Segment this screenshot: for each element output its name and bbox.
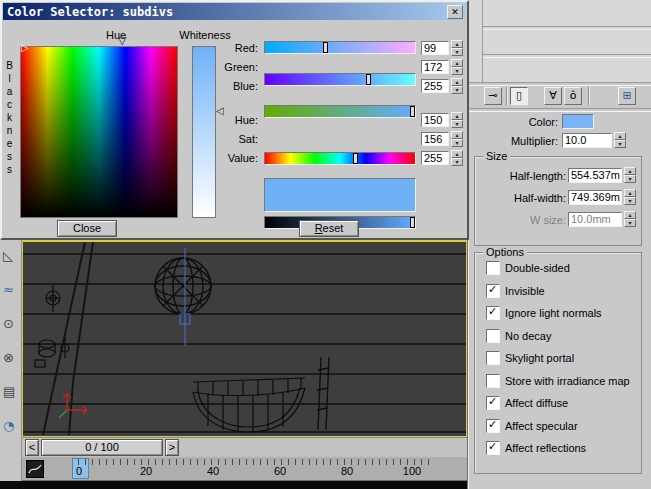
spinner-up-icon[interactable]: ▴ <box>614 132 626 140</box>
track-bar[interactable]: < 0 / 100 > <box>22 437 467 457</box>
viewport[interactable] <box>22 240 467 437</box>
viewport-tool-icon[interactable]: ⊗ <box>3 350 14 365</box>
value-spinner[interactable]: ▴ ▾ <box>451 150 463 166</box>
remove-modifier-button[interactable]: ô <box>564 87 582 105</box>
checkbox-row[interactable]: Skylight portal <box>486 351 638 365</box>
checkbox-row[interactable]: Affect specular <box>486 419 638 433</box>
checkbox-row[interactable]: Double-sided <box>486 261 638 275</box>
time-ruler[interactable]: 0 20 40 60 80 100 <box>22 457 467 481</box>
hue-value-field[interactable]: 150 <box>421 113 449 127</box>
pin-icon: ⊸ <box>488 89 497 102</box>
value-value-field[interactable]: 255 <box>421 151 449 165</box>
spinner-down-icon[interactable]: ▾ <box>451 86 463 94</box>
toolbar-divider <box>469 108 651 112</box>
spinner-up-icon[interactable]: ▴ <box>624 189 636 197</box>
blue-value-field[interactable]: 255 <box>421 79 449 93</box>
spinner-down-icon[interactable]: ▾ <box>451 158 463 166</box>
no-decay-checkbox[interactable] <box>486 329 500 343</box>
frame-counter: 0 / 100 <box>85 441 119 453</box>
options-group-title: Options <box>483 246 527 258</box>
time-slider-handle[interactable]: 0 / 100 <box>41 439 163 456</box>
spinner-up-icon[interactable]: ▴ <box>451 40 463 48</box>
skylight-portal-checkbox[interactable] <box>486 351 500 365</box>
checkbox-row[interactable]: No decay <box>486 329 638 343</box>
viewport-tool-icon[interactable]: ◺ <box>3 248 13 263</box>
checkbox-row[interactable]: Store with irradiance map <box>486 374 638 388</box>
green-slider[interactable] <box>264 73 416 86</box>
affect-specular-checkbox[interactable] <box>486 419 500 433</box>
red-value-field[interactable]: 99 <box>421 41 449 55</box>
viewport-tool-icon[interactable]: ≈ <box>3 282 14 297</box>
sat-spinner[interactable]: ▴ ▾ <box>451 131 463 147</box>
spinner-down-icon[interactable]: ▾ <box>451 48 463 56</box>
checkbox-row[interactable]: Affect reflections <box>486 441 638 455</box>
spinner-up-icon[interactable]: ▴ <box>451 150 463 158</box>
previous-frame-button[interactable]: < <box>25 439 39 456</box>
spinner-down-icon[interactable]: ▾ <box>614 140 626 148</box>
viewport-tool-icon[interactable]: ◔ <box>3 418 14 433</box>
reset-button[interactable]: Reset <box>299 220 359 237</box>
next-frame-button[interactable]: > <box>165 439 179 456</box>
close-window-button[interactable]: ✕ <box>447 5 463 19</box>
green-value-field[interactable]: 172 <box>421 60 449 74</box>
dialog-titlebar[interactable]: Color Selector: subdivs ✕ <box>3 3 466 20</box>
blackness-marker-icon[interactable]: ▷ <box>21 42 29 53</box>
red-spinner[interactable]: ▴ ▾ <box>451 40 463 56</box>
mini-curve-editor-button[interactable] <box>26 460 44 478</box>
spinner-down-icon[interactable]: ▾ <box>624 175 636 183</box>
checkbox-label: Skylight portal <box>505 351 574 365</box>
spinner-up-icon[interactable]: ▴ <box>451 78 463 86</box>
spinner-down-icon[interactable]: ▾ <box>451 67 463 75</box>
blue-slider-handle[interactable] <box>410 106 415 117</box>
sat-value-field[interactable]: 156 <box>421 132 449 146</box>
rollout-divider <box>483 54 651 58</box>
blue-slider[interactable] <box>264 105 416 118</box>
checkbox-row[interactable]: Ignore light normals <box>486 306 638 320</box>
make-unique-button[interactable]: ∀ <box>544 87 562 105</box>
spinner-down-icon[interactable]: ▾ <box>451 120 463 128</box>
checkbox-row[interactable]: Invisible <box>486 284 638 298</box>
light-color-swatch[interactable] <box>562 114 594 129</box>
green-slider-handle[interactable] <box>366 74 371 85</box>
close-button[interactable]: Close <box>57 220 117 237</box>
spinner-up-icon: ▴ <box>624 211 636 219</box>
invisible-checkbox[interactable] <box>486 284 500 298</box>
hue-slider-handle[interactable] <box>353 153 358 164</box>
ignore-light-normals-checkbox[interactable] <box>486 306 500 320</box>
hue-blackness-picker[interactable] <box>20 46 178 218</box>
hue-spinner[interactable]: ▴ ▾ <box>451 112 463 128</box>
affect-diffuse-checkbox[interactable] <box>486 396 500 410</box>
configure-modifier-sets-icon: ⊞ <box>622 89 631 102</box>
green-spinner[interactable]: ▴ ▾ <box>451 59 463 75</box>
pin-stack-button[interactable]: ⊸ <box>484 87 502 105</box>
store-with-irradiance-map-checkbox[interactable] <box>486 374 500 388</box>
show-end-result-button[interactable]: ▯ <box>510 87 528 105</box>
next-frame-label: > <box>169 441 175 453</box>
hue-slider[interactable] <box>264 152 416 165</box>
red-slider[interactable] <box>264 41 416 54</box>
value-slider-handle[interactable] <box>410 217 415 228</box>
previous-frame-label: < <box>29 441 35 453</box>
multiplier-field[interactable]: 10.0 <box>562 133 612 148</box>
blue-spinner[interactable]: ▴ ▾ <box>451 78 463 94</box>
viewport-tool-icon[interactable]: ▤ <box>3 384 15 399</box>
half-width-spinner[interactable]: ▴ ▾ <box>624 189 636 205</box>
double-sided-checkbox[interactable] <box>486 261 500 275</box>
spinner-down-icon[interactable]: ▾ <box>451 139 463 147</box>
spinner-down-icon[interactable]: ▾ <box>624 197 636 205</box>
spinner-up-icon[interactable]: ▴ <box>624 167 636 175</box>
spinner-up-icon[interactable]: ▴ <box>451 131 463 139</box>
viewport-tool-icon[interactable]: ⊙ <box>3 316 14 331</box>
half-length-field[interactable]: 554.537m <box>568 168 622 183</box>
spinner-up-icon[interactable]: ▴ <box>451 112 463 120</box>
checkbox-row[interactable]: Affect diffuse <box>486 396 638 410</box>
viewport-canvas[interactable] <box>23 242 466 435</box>
affect-reflections-checkbox[interactable] <box>486 441 500 455</box>
ruler-tick-label: 60 <box>267 465 293 477</box>
multiplier-spinner[interactable]: ▴ ▾ <box>614 132 626 148</box>
half-width-field[interactable]: 749.369m <box>568 190 622 205</box>
spinner-up-icon[interactable]: ▴ <box>451 59 463 67</box>
configure-modifier-sets-button[interactable]: ⊞ <box>618 87 636 105</box>
half-length-spinner[interactable]: ▴ ▾ <box>624 167 636 183</box>
red-slider-handle[interactable] <box>323 42 328 53</box>
